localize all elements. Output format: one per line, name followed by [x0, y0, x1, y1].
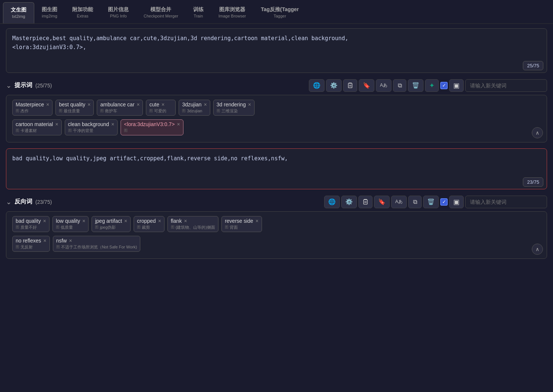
positive-token-count: 25/75 — [523, 61, 543, 70]
translate-icon-ambulance-car: 图 — [100, 108, 104, 113]
tab-en-txt2img: txt2img — [11, 14, 26, 19]
tag-close-no-reflexes[interactable]: × — [43, 238, 46, 244]
tab-en-browser: Image Browser — [218, 13, 246, 19]
tag-close-flank[interactable]: × — [184, 218, 187, 224]
tag-translation-jpeg-artifact: 图jpeg伪影 — [95, 225, 127, 230]
tab-en-merger: Checkpoint Merger — [144, 13, 178, 19]
globe-button[interactable]: 🌐 — [309, 79, 325, 92]
clipboard-button[interactable] — [343, 79, 357, 92]
translate-icon-3d-rendering: 图 — [217, 108, 220, 113]
positive-scroll-up[interactable]: ∧ — [532, 127, 543, 138]
tag-chip-best-quality: best quality×图最佳质量 — [55, 100, 94, 116]
tag-chip-cropped: cropped×图裁剪 — [134, 216, 164, 232]
translate-icon-no-reflexes: 图 — [16, 244, 19, 250]
neg-gear-button[interactable]: ⚙️ — [341, 196, 357, 208]
tab-zh-img2img: 图生图 — [42, 6, 57, 13]
positive-section-header: ⌄ 提示词 (25/75) 🌐 ⚙️ 🔖 Aあ ⧉ 🗑️ ✦ ✓ ▣ — [6, 75, 547, 95]
neg-clipboard-button[interactable] — [358, 196, 373, 208]
negative-section-header: ⌄ 反向词 (23/75) 🌐 ⚙️ 🔖 Aあ ⧉ 🗑️ ✓ ▣ — [6, 192, 547, 211]
negative-checkbox[interactable]: ✓ — [440, 198, 448, 206]
translate-icon-3dzujian: 图 — [182, 108, 186, 113]
tag-close-3d-rendering[interactable]: × — [248, 102, 251, 107]
tag-chip-cartoon-material: cartoon material×图卡通素材 — [12, 119, 62, 135]
tag-close-ambulance-car[interactable]: × — [137, 102, 140, 107]
negative-tags-row-1: bad quality×图质量不好low quality×图低质量jpeg ar… — [12, 216, 541, 232]
negative-keyword-input[interactable] — [465, 196, 547, 208]
ab-button[interactable]: Aあ — [376, 79, 391, 92]
tag-label-cartoon-material: cartoon material — [16, 121, 53, 127]
trash-button[interactable]: 🗑️ — [408, 79, 423, 92]
nav-tab-browser[interactable]: 图库浏览器Image Browser — [211, 2, 253, 23]
tag-chip-3dzujian: 3dzujian×图3dzujian — [179, 100, 210, 116]
tag-chip-bad-quality: bad quality×图质量不好 — [12, 216, 49, 232]
tag-close-bad-quality[interactable]: × — [43, 218, 46, 224]
tag-close-low-quality[interactable]: × — [82, 218, 85, 224]
tab-en-tagger: Tagger — [261, 13, 299, 19]
tag-label-cropped: cropped — [137, 218, 156, 224]
tag-close-cropped[interactable]: × — [158, 218, 161, 224]
tag-translation-masterpiece: 图杰作 — [16, 108, 49, 114]
neg-trash-button[interactable]: 🗑️ — [423, 196, 439, 208]
positive-checkbox[interactable]: ✓ — [440, 82, 448, 89]
openai-button[interactable]: ✦ — [425, 79, 439, 92]
tag-close-lora[interactable]: × — [177, 121, 180, 127]
tag-chip-nsfw: nsfw×图不适于工作场所浏览（Not Safe For Work) — [53, 236, 141, 252]
tag-close-jpeg-artifact[interactable]: × — [124, 218, 127, 224]
tag-translation-cropped: 图裁剪 — [137, 225, 161, 230]
positive-tags-row-2: cartoon material×图卡通素材clean background×图… — [12, 119, 541, 135]
negative-scroll-up[interactable]: ∧ — [532, 244, 543, 255]
tag-label-cute: cute — [149, 102, 159, 107]
tab-zh-pnginfo: 图片信息 — [108, 6, 129, 13]
translate-icon-nsfw: 图 — [56, 244, 60, 250]
positive-collapse-arrow[interactable]: ⌄ — [6, 81, 12, 90]
tag-close-cartoon-material[interactable]: × — [55, 121, 58, 127]
negative-token-count: 23/75 — [523, 177, 543, 187]
negative-prompt-textarea[interactable]: bad quality,low quality,jpeg artifact,cr… — [6, 148, 547, 189]
positive-keyword-input[interactable] — [465, 79, 547, 92]
tab-en-pnginfo: PNG Info — [108, 13, 129, 19]
negative-tags-section: bad quality×图质量不好low quality×图低质量jpeg ar… — [6, 211, 547, 259]
tab-zh-train: 训练 — [193, 6, 204, 13]
tag-label-best-quality: best quality — [59, 102, 85, 107]
nav-tab-extras[interactable]: 附加功能Extras — [65, 2, 100, 23]
positive-prompt-textarea[interactable]: Masterpiece,best quality,ambulance car,c… — [6, 28, 547, 73]
tab-zh-browser: 图库浏览器 — [218, 6, 246, 13]
nav-tab-img2img[interactable]: 图生图img2img — [34, 2, 65, 23]
positive-tags-section: Masterpiece×图杰作best quality×图最佳质量ambulan… — [6, 95, 547, 142]
tag-translation-reverse-side: 图背面 — [225, 225, 258, 230]
nav-tab-tagger[interactable]: Tag反推(TaggerTagger — [253, 2, 306, 23]
tab-zh-tagger: Tag反推(Tagger — [261, 6, 299, 13]
tag-close-cute[interactable]: × — [162, 102, 164, 107]
neg-ab-button[interactable]: Aあ — [391, 196, 407, 208]
bookmark-button[interactable]: 🔖 — [359, 79, 374, 92]
neg-frame-button[interactable]: ▣ — [449, 196, 464, 208]
translate-icon-masterpiece: 图 — [16, 108, 19, 113]
tag-translation-cute: 图可爱的 — [149, 108, 172, 114]
negative-collapse-arrow[interactable]: ⌄ — [6, 198, 12, 206]
negative-tags-row-2: no reflexes×图无反射nsfw×图不适于工作场所浏览（Not Safe… — [12, 236, 541, 252]
nav-tab-pnginfo[interactable]: 图片信息PNG Info — [100, 2, 136, 23]
tag-chip-no-reflexes: no reflexes×图无反射 — [12, 236, 50, 252]
neg-globe-button[interactable]: 🌐 — [324, 196, 340, 208]
tag-label-reverse-side: reverse side — [225, 218, 253, 224]
tag-close-best-quality[interactable]: × — [87, 102, 90, 107]
gear-button[interactable]: ⚙️ — [326, 79, 342, 92]
tag-label-3dzujian: 3dzujian — [182, 102, 201, 107]
tag-label-no-reflexes: no reflexes — [16, 238, 41, 244]
tag-close-clean-background[interactable]: × — [111, 121, 114, 127]
tag-translation-flank: 图(建筑物、山等的)侧面 — [171, 225, 215, 230]
nav-tab-merger[interactable]: 模型合并Checkpoint Merger — [136, 2, 186, 23]
nav-tab-txt2img[interactable]: 文生图txt2img — [3, 2, 34, 23]
svg-rect-3 — [364, 200, 367, 204]
neg-copy-button[interactable]: ⧉ — [408, 196, 422, 208]
tag-close-nsfw[interactable]: × — [69, 238, 72, 244]
frame-button[interactable]: ▣ — [449, 79, 464, 92]
nav-tab-train[interactable]: 训练Train — [186, 2, 211, 23]
copy-button[interactable]: ⧉ — [393, 79, 406, 92]
tag-close-masterpiece[interactable]: × — [46, 102, 49, 107]
tag-close-reverse-side[interactable]: × — [255, 218, 258, 224]
tag-close-3dzujian[interactable]: × — [204, 102, 207, 107]
tag-label-lora: <lora:3dzujianV3:0.7> — [124, 121, 175, 127]
tag-chip-lora: <lora:3dzujianV3:0.7>×图 — [121, 119, 183, 135]
neg-bookmark-button[interactable]: 🔖 — [374, 196, 390, 208]
